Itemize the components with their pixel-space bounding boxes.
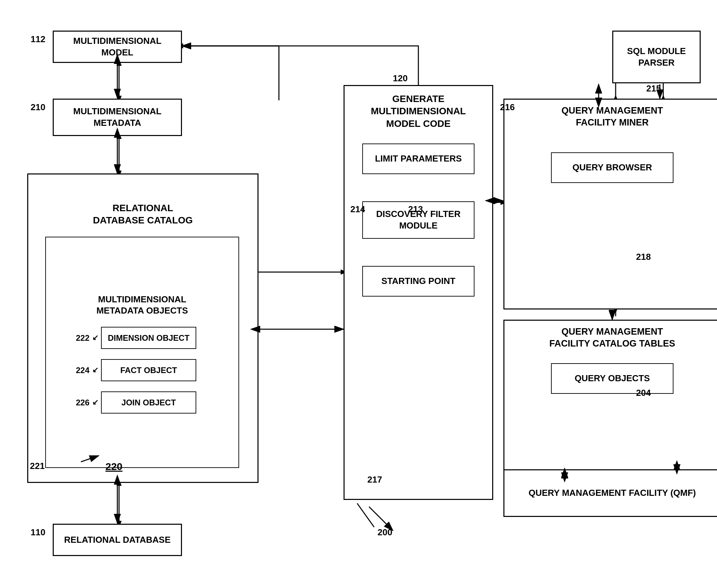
svg-line-34 [357,503,374,527]
ref-210: 210 [31,102,45,113]
qmf-miner-box: QUERY MANAGEMENTFACILITY MINER QUERY BRO… [503,99,717,309]
relational-database-catalog-label: RELATIONALDATABASE CATALOG [32,202,254,227]
qmf-miner-label: QUERY MANAGEMENTFACILITY MINER [562,105,663,129]
ref-224-inline: 224 [76,365,89,375]
ref-112: 112 [31,34,45,45]
relational-database-catalog-box: RELATIONALDATABASE CATALOG MULTIDIMENSIO… [27,173,259,483]
query-objects-box: QUERY OBJECTS [551,363,673,394]
ref-222-inline: 222 [76,333,89,343]
ref-204: 204 [636,388,651,398]
multidimensional-model-box: MULTIDIMENSIONAL MODEL [53,31,182,63]
sql-module-parser-box: SQL MODULE PARSER [612,31,701,83]
ref-120: 120 [393,73,407,84]
ref-217: 217 [367,474,382,485]
qmf-box: QUERY MANAGEMENT FACILITY (QMF) [503,469,717,517]
join-object-box: JOIN OBJECT [101,391,196,414]
starting-point-box: STARTING POINT [362,266,474,297]
relational-database-box: RELATIONAL DATABASE [53,524,182,556]
qmf-label: QUERY MANAGEMENT FACILITY (QMF) [529,487,696,499]
multidimensional-metadata-objects-label: MULTIDIMENSIONALMETADATA OBJECTS [49,294,236,317]
query-browser-box: QUERY BROWSER [551,152,673,183]
starting-point-label: STARTING POINT [381,275,455,287]
ref-221: 221 [30,461,45,471]
sql-module-parser-label: SQL MODULE PARSER [617,46,696,69]
ref-214: 214 [350,204,365,215]
ref-215: 215 [646,83,661,94]
ref-226-inline: 226 [76,397,89,408]
generate-mdm-code-label: GENERATEMULTIDIMENSIONALMODEL CODE [371,93,466,130]
fact-object-box: FACT OBJECT [101,359,196,381]
qmf-catalog-tables-label: QUERY MANAGEMENTFACILITY CATALOG TABLES [549,326,675,350]
relational-database-label: RELATIONAL DATABASE [64,534,171,546]
dimension-object-label: DIMENSION OBJECT [108,333,189,343]
generate-mdm-code-box: GENERATEMULTIDIMENSIONALMODEL CODE LIMIT… [344,85,493,500]
fact-object-label: FACT OBJECT [120,365,177,375]
diagram: MULTIDIMENSIONAL MODEL 112 MULTIDIMENSIO… [0,0,717,588]
multidimensional-metadata-objects-box: MULTIDIMENSIONALMETADATA OBJECTS 222 ↙ D… [45,237,239,468]
dimension-object-box: DIMENSION OBJECT [101,327,196,349]
ref-213: 213 [408,204,423,215]
ref-216: 216 [500,102,515,113]
multidimensional-model-label: MULTIDIMENSIONAL MODEL [57,35,178,58]
query-objects-label: QUERY OBJECTS [574,373,650,384]
multidimensional-metadata-label: MULTIDIMENSIONAL METADATA [57,106,178,129]
ref-200: 200 [378,527,392,538]
query-browser-label: QUERY BROWSER [572,162,652,173]
ref-220: 220 [105,461,122,472]
ref-218: 218 [636,252,651,262]
join-object-label: JOIN OBJECT [121,397,176,408]
limit-parameters-label: LIMIT PARAMETERS [375,153,462,165]
multidimensional-metadata-box: MULTIDIMENSIONAL METADATA [53,99,182,136]
qmf-catalog-tables-box: QUERY MANAGEMENTFACILITY CATALOG TABLES … [503,320,717,473]
ref-110: 110 [31,527,45,538]
limit-parameters-box: LIMIT PARAMETERS [362,144,474,174]
